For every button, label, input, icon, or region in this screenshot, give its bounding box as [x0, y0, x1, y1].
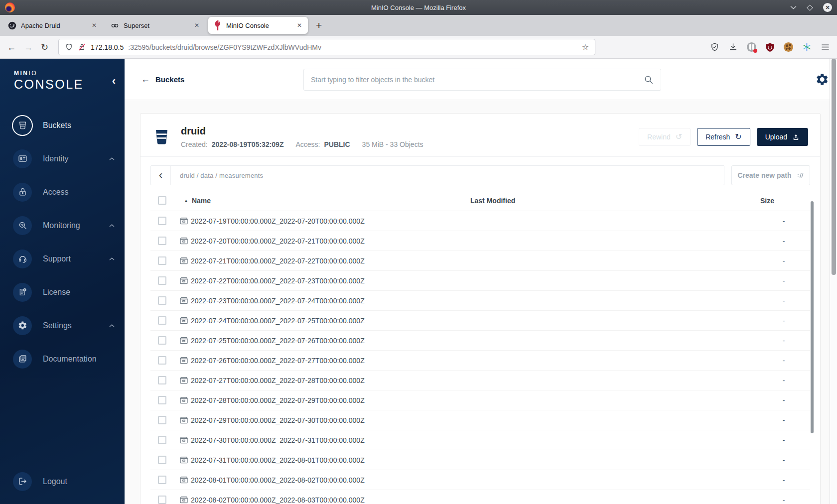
row-checkbox[interactable]: [158, 296, 166, 305]
table-row[interactable]: 2022-08-02T00:00:00.000Z_2022-08-03T00:0…: [150, 490, 810, 504]
row-checkbox[interactable]: [158, 376, 166, 384]
minimize-icon[interactable]: [790, 5, 797, 9]
row-checkbox[interactable]: [158, 396, 166, 404]
privacy-extension-icon[interactable]: [747, 42, 756, 52]
browser-tab[interactable]: Superset ✕: [106, 17, 205, 34]
reload-button[interactable]: ↻: [41, 43, 48, 52]
table-row[interactable]: 2022-07-29T00:00:00.000Z_2022-07-30T00:0…: [150, 410, 810, 430]
object-name[interactable]: 2022-07-30T00:00:00.000Z_2022-07-31T00:0…: [185, 436, 470, 444]
page-scrollbar-thumb[interactable]: [832, 59, 836, 275]
object-name[interactable]: 2022-07-28T00:00:00.000Z_2022-07-29T00:0…: [185, 396, 470, 404]
sidebar-item[interactable]: Settings: [0, 309, 125, 342]
sidebar-item[interactable]: Access: [0, 175, 125, 209]
object-name[interactable]: 2022-07-27T00:00:00.000Z_2022-07-28T00:0…: [185, 377, 470, 384]
select-all-checkbox[interactable]: [158, 196, 166, 205]
table-row[interactable]: 2022-07-22T00:00:00.000Z_2022-07-23T00:0…: [150, 271, 810, 291]
new-tab-button[interactable]: +: [316, 19, 322, 31]
bookmark-star-icon[interactable]: ☆: [582, 42, 589, 52]
cookie-extension-icon[interactable]: [784, 42, 793, 52]
current-path[interactable]: druid / data / measurements: [171, 172, 263, 179]
row-checkbox[interactable]: [158, 436, 166, 444]
table-row[interactable]: 2022-07-26T00:00:00.000Z_2022-07-27T00:0…: [150, 351, 810, 371]
row-checkbox[interactable]: [158, 496, 166, 504]
chevron-up-icon[interactable]: [109, 157, 115, 161]
table-row[interactable]: 2022-07-21T00:00:00.000Z_2022-07-22T00:0…: [150, 251, 810, 271]
sidebar-collapse-icon[interactable]: ‹: [112, 76, 116, 87]
upload-button[interactable]: Upload: [757, 128, 808, 146]
tab-close-icon[interactable]: ✕: [296, 22, 303, 29]
chevron-up-icon[interactable]: [109, 324, 115, 328]
page-scrollbar-track[interactable]: [830, 59, 837, 504]
object-name[interactable]: 2022-07-29T00:00:00.000Z_2022-07-30T00:0…: [185, 416, 470, 424]
row-checkbox[interactable]: [158, 237, 166, 245]
insecure-lock-icon[interactable]: [78, 43, 86, 51]
browser-tab[interactable]: MinIO Console ✕: [208, 17, 308, 34]
browser-tab[interactable]: Apache Druid ✕: [3, 17, 103, 34]
object-name[interactable]: 2022-07-19T00:00:00.000Z_2022-07-20T00:0…: [185, 217, 470, 225]
object-name[interactable]: 2022-07-23T00:00:00.000Z_2022-07-24T00:0…: [185, 297, 470, 305]
back-to-buckets-link[interactable]: ← Buckets: [141, 74, 184, 85]
downloads-icon[interactable]: [728, 42, 738, 52]
pocket-shield-icon[interactable]: [710, 42, 719, 52]
tab-close-icon[interactable]: ✕: [91, 22, 98, 29]
object-name[interactable]: 2022-07-31T00:00:00.000Z_2022-08-01T00:0…: [185, 456, 470, 464]
settings-gear-icon[interactable]: [816, 73, 829, 86]
last-modified-column-header[interactable]: Last Modified: [470, 197, 756, 205]
container-asterisk-icon[interactable]: [802, 42, 812, 52]
name-column-header[interactable]: Name: [192, 197, 211, 205]
sidebar-item[interactable]: License: [0, 275, 125, 309]
url-bar[interactable]: 172.18.0.5:32595/buckets/druid/browse/ZG…: [58, 39, 595, 55]
table-row[interactable]: 2022-07-24T00:00:00.000Z_2022-07-25T00:0…: [150, 311, 810, 331]
table-row[interactable]: 2022-07-30T00:00:00.000Z_2022-07-31T00:0…: [150, 430, 810, 450]
object-name[interactable]: 2022-07-21T00:00:00.000Z_2022-07-22T00:0…: [185, 257, 470, 265]
row-checkbox[interactable]: [158, 276, 166, 285]
table-row[interactable]: 2022-07-20T00:00:00.000Z_2022-07-21T00:0…: [150, 231, 810, 251]
object-name[interactable]: 2022-07-20T00:00:00.000Z_2022-07-21T00:0…: [185, 237, 470, 245]
table-row[interactable]: 2022-07-31T00:00:00.000Z_2022-08-01T00:0…: [150, 450, 810, 470]
chevron-up-icon[interactable]: [109, 257, 115, 261]
object-name[interactable]: 2022-08-01T00:00:00.000Z_2022-08-02T00:0…: [185, 476, 470, 484]
row-checkbox[interactable]: [158, 476, 166, 484]
size-column-header[interactable]: Size: [756, 197, 811, 205]
row-checkbox[interactable]: [158, 336, 166, 345]
sidebar-item[interactable]: Documentation: [0, 342, 125, 376]
close-window-icon[interactable]: ✕: [823, 3, 832, 12]
object-name[interactable]: 2022-07-26T00:00:00.000Z_2022-07-27T00:0…: [185, 357, 470, 365]
object-filter-input[interactable]: [311, 76, 644, 84]
tracking-shield-icon[interactable]: [65, 43, 73, 51]
refresh-button[interactable]: Refresh↻: [697, 128, 750, 146]
chevron-up-icon[interactable]: [109, 224, 115, 228]
forward-button[interactable]: →: [24, 43, 33, 52]
row-checkbox[interactable]: [158, 256, 166, 265]
row-checkbox[interactable]: [158, 356, 166, 365]
ublock-icon[interactable]: [765, 42, 775, 52]
sidebar-item-logout[interactable]: Logout: [0, 465, 125, 498]
sidebar-item[interactable]: Support: [0, 242, 125, 275]
object-name[interactable]: 2022-08-02T00:00:00.000Z_2022-08-03T00:0…: [185, 496, 470, 504]
table-row[interactable]: 2022-07-19T00:00:00.000Z_2022-07-20T00:0…: [150, 211, 810, 231]
rewind-button[interactable]: Rewind↺: [639, 128, 691, 146]
table-scrollbar[interactable]: [811, 201, 814, 433]
create-new-path-button[interactable]: Create new path: [731, 165, 810, 185]
maximize-icon[interactable]: [807, 4, 813, 11]
row-checkbox[interactable]: [158, 217, 166, 225]
table-row[interactable]: 2022-07-28T00:00:00.000Z_2022-07-29T00:0…: [150, 390, 810, 410]
object-name[interactable]: 2022-07-25T00:00:00.000Z_2022-07-26T00:0…: [185, 337, 470, 345]
row-checkbox[interactable]: [158, 316, 166, 325]
sidebar-item[interactable]: Identity: [0, 142, 125, 175]
row-checkbox[interactable]: [158, 456, 166, 464]
back-button[interactable]: ←: [7, 43, 16, 52]
tab-close-icon[interactable]: ✕: [193, 22, 200, 29]
path-back-icon[interactable]: ‹: [151, 166, 171, 185]
table-row[interactable]: 2022-07-25T00:00:00.000Z_2022-07-26T00:0…: [150, 331, 810, 351]
table-row[interactable]: 2022-08-01T00:00:00.000Z_2022-08-02T00:0…: [150, 470, 810, 490]
sort-asc-icon[interactable]: ▲: [184, 198, 188, 203]
table-row[interactable]: 2022-07-27T00:00:00.000Z_2022-07-28T00:0…: [150, 371, 810, 390]
table-row[interactable]: 2022-07-23T00:00:00.000Z_2022-07-24T00:0…: [150, 291, 810, 311]
object-name[interactable]: 2022-07-24T00:00:00.000Z_2022-07-25T00:0…: [185, 317, 470, 325]
hamburger-menu-icon[interactable]: [821, 42, 830, 52]
object-name[interactable]: 2022-07-22T00:00:00.000Z_2022-07-23T00:0…: [185, 277, 470, 285]
sidebar-item[interactable]: Monitoring: [0, 209, 125, 242]
row-checkbox[interactable]: [158, 416, 166, 424]
sidebar-item[interactable]: Buckets: [0, 109, 125, 142]
